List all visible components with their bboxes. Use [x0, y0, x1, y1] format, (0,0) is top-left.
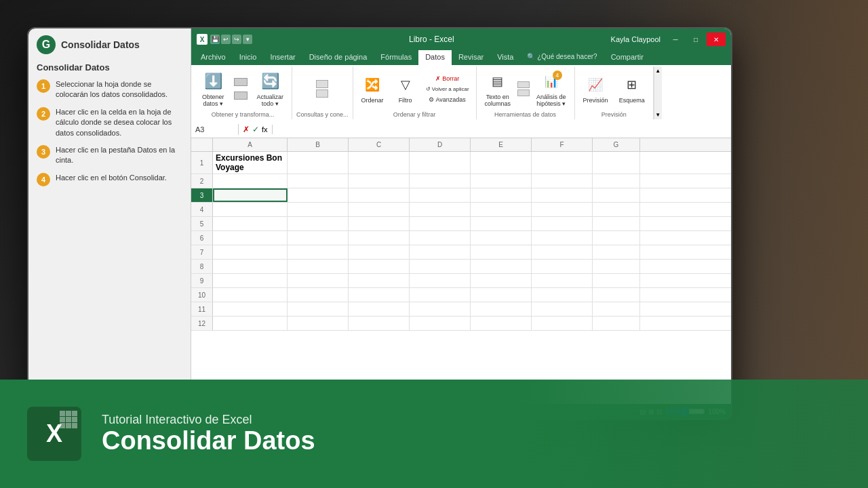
cell-reference[interactable]: A3: [191, 124, 239, 135]
cell-a11[interactable]: [213, 302, 288, 316]
cell-d9[interactable]: [410, 274, 471, 287]
cell-d7[interactable]: [410, 245, 471, 259]
cell-d12[interactable]: [410, 317, 471, 330]
cell-c10[interactable]: [349, 288, 410, 302]
cell-f3[interactable]: [532, 188, 593, 202]
avanzadas-button[interactable]: ⚙ Avanzadas: [423, 95, 472, 104]
close-button[interactable]: ✕: [707, 33, 726, 46]
cell-d11[interactable]: [410, 302, 471, 316]
tab-datos[interactable]: Datos: [418, 50, 452, 65]
cell-b6[interactable]: [288, 231, 349, 245]
cell-g11[interactable]: [593, 302, 640, 316]
cell-b3[interactable]: [288, 188, 349, 202]
tab-archivo[interactable]: Archivo: [194, 50, 233, 65]
ribbon-scrollbar[interactable]: ▲ ▼: [654, 66, 662, 119]
filtro-button[interactable]: ▽ Filtro: [391, 71, 420, 106]
tab-revisar[interactable]: Revisar: [452, 50, 490, 65]
cell-c9[interactable]: [349, 274, 410, 287]
actualizar-todo-button[interactable]: 🔄 Actualizartodo ▾: [253, 68, 288, 110]
cell-b11[interactable]: [288, 302, 349, 316]
redo-button[interactable]: ↪: [232, 35, 241, 44]
cell-g6[interactable]: [593, 231, 640, 245]
cell-g5[interactable]: [593, 217, 640, 230]
cell-b10[interactable]: [288, 288, 349, 302]
cell-a3[interactable]: [213, 188, 288, 202]
cell-d3[interactable]: [410, 188, 471, 202]
cell-a7[interactable]: [213, 245, 288, 259]
cell-e9[interactable]: [471, 274, 532, 287]
cell-d1[interactable]: [410, 152, 471, 174]
cell-a9[interactable]: [213, 274, 288, 287]
cell-d10[interactable]: [410, 288, 471, 302]
cell-c6[interactable]: [349, 231, 410, 245]
cell-a10[interactable]: [213, 288, 288, 302]
col-header-b[interactable]: B: [288, 138, 349, 151]
ordenar-button[interactable]: 🔀 Ordenar: [357, 71, 388, 106]
tab-help[interactable]: 🔍 ¿Qué desea hacer?: [520, 50, 604, 65]
cell-a4[interactable]: [213, 203, 288, 216]
actualizar-button[interactable]: [230, 90, 252, 101]
cell-a2[interactable]: [213, 174, 288, 188]
cell-f11[interactable]: [532, 302, 593, 316]
tab-compartir[interactable]: Compartir: [604, 50, 650, 65]
cell-a6[interactable]: [213, 231, 288, 245]
cell-f4[interactable]: [532, 203, 593, 216]
tab-inicio[interactable]: Inicio: [233, 50, 264, 65]
cell-e4[interactable]: [471, 203, 532, 216]
col-header-a[interactable]: A: [213, 138, 288, 151]
cell-b1[interactable]: [288, 152, 349, 174]
volver-aplicar-button[interactable]: ↺ Volver a aplicar: [423, 85, 472, 94]
cell-b8[interactable]: [288, 260, 349, 273]
cell-a8[interactable]: [213, 260, 288, 273]
tab-formulas[interactable]: Fórmulas: [374, 50, 418, 65]
cell-g9[interactable]: [593, 274, 640, 287]
cell-g2[interactable]: [593, 174, 640, 188]
cell-e7[interactable]: [471, 245, 532, 259]
cell-g10[interactable]: [593, 288, 640, 302]
col-header-e[interactable]: E: [471, 138, 532, 151]
minimize-button[interactable]: ─: [666, 33, 685, 46]
cell-e1[interactable]: [471, 152, 532, 174]
customize-button[interactable]: ▾: [243, 35, 252, 44]
cell-f6[interactable]: [532, 231, 593, 245]
prevision-button[interactable]: 📈 Previsión: [579, 71, 612, 106]
cell-b12[interactable]: [288, 317, 349, 330]
tab-insertar[interactable]: Insertar: [263, 50, 302, 65]
cell-f7[interactable]: [532, 245, 593, 259]
col-header-g[interactable]: G: [593, 138, 640, 151]
col-header-c[interactable]: C: [349, 138, 410, 151]
cell-c12[interactable]: [349, 317, 410, 330]
cell-e5[interactable]: [471, 217, 532, 230]
cell-d8[interactable]: [410, 260, 471, 273]
cell-f1[interactable]: [532, 152, 593, 174]
cell-b4[interactable]: [288, 203, 349, 216]
cell-f5[interactable]: [532, 217, 593, 230]
cell-d6[interactable]: [410, 231, 471, 245]
confirm-icon[interactable]: ✓: [252, 125, 259, 134]
cell-c7[interactable]: [349, 245, 410, 259]
cell-c11[interactable]: [349, 302, 410, 316]
cell-e10[interactable]: [471, 288, 532, 302]
cell-e12[interactable]: [471, 317, 532, 330]
tab-diseno[interactable]: Diseño de página: [302, 50, 374, 65]
borrar-button[interactable]: ✗ Borrar: [423, 74, 472, 83]
cell-f10[interactable]: [532, 288, 593, 302]
cell-e6[interactable]: [471, 231, 532, 245]
cell-c1[interactable]: [349, 152, 410, 174]
cell-b2[interactable]: [288, 174, 349, 188]
cell-g8[interactable]: [593, 260, 640, 273]
cell-e3[interactable]: [471, 188, 532, 202]
cell-c4[interactable]: [349, 203, 410, 216]
cell-g1[interactable]: [593, 152, 640, 174]
cell-g4[interactable]: [593, 203, 640, 216]
cell-a1[interactable]: Excursiones Bon Voyage: [213, 152, 288, 174]
cell-g7[interactable]: [593, 245, 640, 259]
cell-e11[interactable]: [471, 302, 532, 316]
texto-columnas-button[interactable]: ▤ Texto encolumnas: [481, 68, 515, 110]
esquema-button[interactable]: ⊞ Esquema: [615, 71, 649, 106]
cell-d4[interactable]: [410, 203, 471, 216]
function-icon[interactable]: fx: [262, 125, 268, 134]
cell-b7[interactable]: [288, 245, 349, 259]
cell-e2[interactable]: [471, 174, 532, 188]
cell-f9[interactable]: [532, 274, 593, 287]
